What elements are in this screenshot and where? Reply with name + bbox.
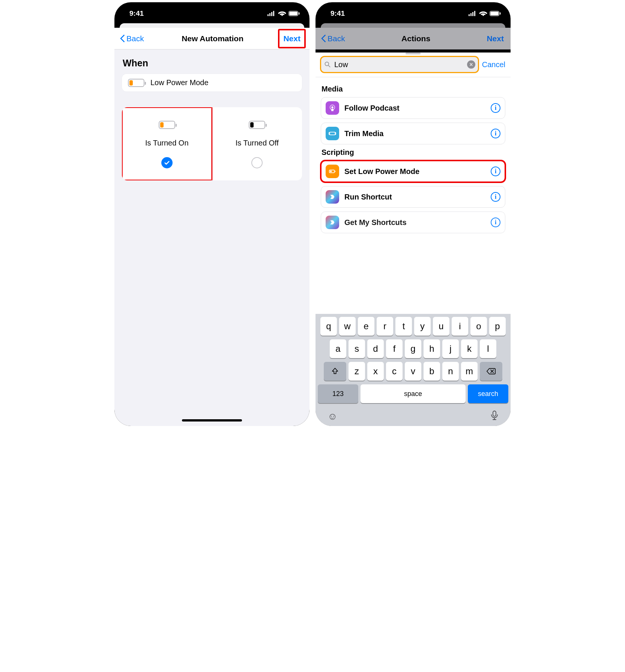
svg-rect-2 — [271, 12, 272, 16]
chevron-left-icon — [322, 35, 327, 42]
key-y[interactable]: y — [414, 317, 431, 336]
svg-rect-3 — [273, 11, 274, 16]
search-input[interactable] — [334, 60, 464, 69]
key-n[interactable]: n — [442, 362, 459, 381]
info-button[interactable]: i — [491, 103, 500, 113]
dictation-key[interactable] — [490, 411, 499, 423]
wifi-icon — [278, 10, 286, 16]
keyboard-row-2: a s d f g h j k l — [318, 339, 508, 358]
choice-on-label: Is Turned On — [145, 139, 189, 147]
key-w[interactable]: w — [339, 317, 356, 336]
back-button[interactable]: Back — [119, 33, 146, 45]
status-time: 9:41 — [331, 9, 345, 18]
svg-line-15 — [329, 66, 330, 67]
background-sheet-edge — [120, 23, 304, 28]
key-u[interactable]: u — [433, 317, 449, 336]
search-icon — [324, 61, 331, 68]
action-label: Trim Media — [344, 129, 383, 138]
content-area: When Low Power Mode Is Turned On Is Turn… — [114, 50, 309, 426]
key-m[interactable]: m — [461, 362, 478, 381]
sheet-grabber[interactable] — [406, 52, 421, 54]
key-o[interactable]: o — [470, 317, 487, 336]
key-l[interactable]: l — [480, 339, 496, 358]
radio-checked-icon — [161, 157, 173, 168]
key-s[interactable]: s — [349, 339, 365, 358]
search-field[interactable] — [321, 57, 478, 72]
key-a[interactable]: a — [330, 339, 346, 358]
key-q[interactable]: q — [320, 317, 337, 336]
section-scripting-title: Scripting — [322, 148, 505, 157]
key-shift[interactable] — [324, 362, 346, 381]
keyboard-row-3: z x c v b n m — [318, 362, 508, 381]
svg-rect-7 — [469, 14, 470, 16]
key-b[interactable]: b — [424, 362, 440, 381]
nav-bar: Back New Automation Next — [114, 28, 309, 50]
back-label: Back — [126, 34, 144, 43]
svg-rect-22 — [493, 411, 496, 416]
action-get-my-shortcuts[interactable]: Get My Shortcuts i — [321, 212, 505, 233]
status-time: 9:41 — [129, 9, 144, 18]
trigger-card[interactable]: Low Power Mode — [122, 74, 302, 92]
svg-rect-18 — [330, 132, 335, 135]
clear-search-button[interactable] — [467, 60, 475, 69]
key-e[interactable]: e — [358, 317, 374, 336]
choice-turned-off[interactable]: Is Turned Off — [212, 107, 302, 180]
action-label: Follow Podcast — [344, 104, 400, 112]
section-media-title: Media — [322, 85, 505, 93]
key-c[interactable]: c — [386, 362, 403, 381]
svg-rect-5 — [289, 12, 297, 15]
podcast-icon — [326, 101, 339, 115]
keyboard-row-1: q w e r t y u i o p — [318, 317, 508, 336]
action-follow-podcast[interactable]: Follow Podcast i — [321, 97, 505, 119]
key-backspace[interactable] — [480, 362, 502, 381]
cancel-button[interactable]: Cancel — [482, 60, 505, 69]
key-d[interactable]: d — [367, 339, 384, 358]
key-search[interactable]: search — [468, 384, 508, 403]
info-button[interactable]: i — [491, 166, 500, 176]
key-j[interactable]: j — [442, 339, 459, 358]
low-battery-icon — [128, 79, 144, 87]
action-label: Set Low Power Mode — [344, 167, 419, 176]
page-title: Actions — [401, 34, 430, 43]
key-123[interactable]: 123 — [318, 384, 358, 403]
key-x[interactable]: x — [367, 362, 384, 381]
key-p[interactable]: p — [489, 317, 506, 336]
key-v[interactable]: v — [405, 362, 421, 381]
back-button[interactable]: Back — [320, 33, 347, 45]
key-t[interactable]: t — [395, 317, 412, 336]
key-g[interactable]: g — [405, 339, 421, 358]
shortcut-icon — [326, 216, 339, 229]
key-f[interactable]: f — [386, 339, 403, 358]
cellular-icon — [267, 11, 276, 16]
background-sheet-edge — [321, 23, 505, 28]
svg-rect-8 — [470, 13, 472, 16]
action-trim-media[interactable]: Trim Media i — [321, 123, 505, 144]
emoji-key[interactable]: ☺ — [328, 411, 338, 423]
results-list: Media Follow Podcast i Trim Media i Scri… — [316, 77, 511, 237]
status-bar: 9:41 — [316, 2, 511, 23]
key-k[interactable]: k — [461, 339, 478, 358]
key-r[interactable]: r — [377, 317, 393, 336]
action-set-low-power-mode[interactable]: Set Low Power Mode i — [321, 160, 505, 182]
chevron-left-icon — [121, 35, 126, 42]
info-button[interactable]: i — [491, 129, 500, 138]
key-h[interactable]: h — [424, 339, 440, 358]
info-button[interactable]: i — [491, 192, 500, 202]
choice-turned-on[interactable]: Is Turned On — [122, 107, 212, 180]
trim-icon — [326, 127, 339, 140]
home-indicator[interactable] — [182, 419, 242, 422]
condition-chooser: Is Turned On Is Turned Off — [122, 107, 302, 180]
key-i[interactable]: i — [452, 317, 468, 336]
battery-on-icon — [159, 121, 175, 129]
cellular-icon — [469, 11, 477, 16]
phone-left: 9:41 Back New Automation Next — [114, 2, 309, 426]
key-space[interactable]: space — [361, 384, 466, 403]
next-button[interactable]: Next — [484, 33, 506, 45]
action-run-shortcut[interactable]: Run Shortcut i — [321, 186, 505, 208]
info-button[interactable]: i — [491, 218, 500, 227]
key-z[interactable]: z — [349, 362, 365, 381]
next-button[interactable]: Next — [279, 30, 305, 48]
status-bar: 9:41 — [114, 2, 309, 23]
battery-status-icon — [490, 11, 501, 16]
keyboard: q w e r t y u i o p a s d f g h — [316, 314, 511, 426]
